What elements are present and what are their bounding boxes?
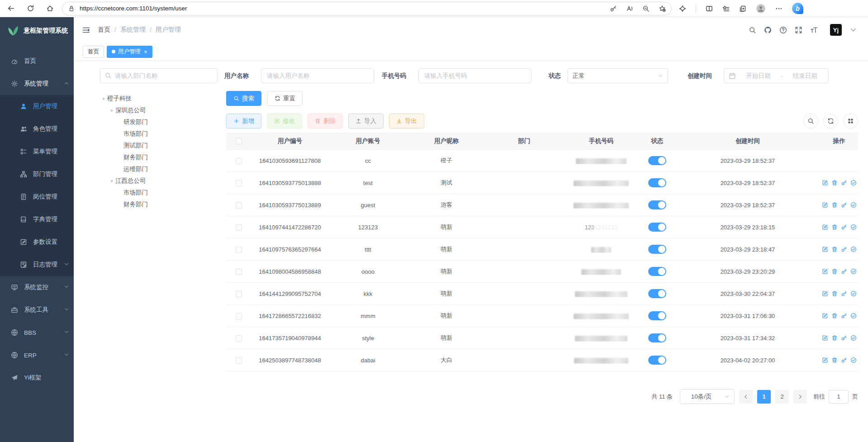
sidebar-item-系统监控[interactable]: 系统监控 xyxy=(0,276,74,299)
status-toggle[interactable] xyxy=(648,356,666,365)
sidebar-item-字典管理[interactable]: 字典管理 xyxy=(0,208,74,231)
status-toggle[interactable] xyxy=(648,178,666,187)
avatar-caret-icon[interactable] xyxy=(849,26,857,34)
reset-password-button[interactable] xyxy=(841,246,847,252)
row-checkbox[interactable] xyxy=(236,335,242,342)
url-input[interactable] xyxy=(80,5,610,12)
sidebar-item-BBS[interactable]: BBS xyxy=(0,321,74,344)
search-button[interactable]: 搜索 xyxy=(226,91,261,106)
delete-user-button[interactable] xyxy=(831,202,838,208)
collections-icon[interactable] xyxy=(739,5,746,12)
reset-password-button[interactable] xyxy=(841,313,847,319)
status-toggle[interactable] xyxy=(648,333,666,342)
reload-icon[interactable] xyxy=(27,5,34,12)
home-icon[interactable] xyxy=(46,5,54,12)
edit-user-button[interactable] xyxy=(822,335,828,341)
github-icon[interactable] xyxy=(764,26,772,34)
reset-password-button[interactable] xyxy=(841,290,847,297)
tree-expand-caret-icon[interactable]: ▾ xyxy=(108,108,115,114)
edit-user-button[interactable] xyxy=(822,357,828,363)
back-icon[interactable] xyxy=(7,5,15,12)
tree-node-江西总公司[interactable]: ▾江西总公司 xyxy=(100,175,218,187)
assign-role-button[interactable] xyxy=(850,313,857,319)
url-bar[interactable] xyxy=(62,2,672,15)
row-checkbox[interactable] xyxy=(236,247,242,253)
breadcrumb-system[interactable]: 系统管理 xyxy=(120,26,146,34)
delete-user-button[interactable] xyxy=(831,313,838,319)
select-all-checkbox[interactable] xyxy=(236,138,242,144)
date-range-picker[interactable]: 开始日期 - 结束日期 xyxy=(724,68,829,83)
status-select[interactable]: 正常 xyxy=(568,68,668,83)
tree-node-市场部门[interactable]: 市场部门 xyxy=(100,128,218,140)
tree-expand-caret-icon[interactable]: ▾ xyxy=(100,96,107,102)
read-aloud-icon[interactable] xyxy=(626,5,633,12)
status-toggle[interactable] xyxy=(648,223,666,232)
row-checkbox[interactable] xyxy=(236,224,242,231)
status-toggle[interactable] xyxy=(648,200,666,209)
favorite-add-icon[interactable] xyxy=(659,5,666,12)
tab-首页[interactable]: 首页 xyxy=(83,46,104,58)
reset-password-button[interactable] xyxy=(841,357,847,363)
row-checkbox[interactable] xyxy=(236,269,242,275)
新增-button[interactable]: 新增 xyxy=(226,114,261,128)
table-refresh-button[interactable] xyxy=(823,114,838,128)
delete-user-button[interactable] xyxy=(831,335,838,341)
sidebar-item-ERP[interactable]: ERP xyxy=(0,344,74,366)
table-search-toggle-button[interactable] xyxy=(803,114,818,128)
assign-role-button[interactable] xyxy=(850,357,857,363)
row-checkbox[interactable] xyxy=(236,158,242,164)
tree-node-研发部门[interactable]: 研发部门 xyxy=(100,116,218,128)
status-toggle[interactable] xyxy=(648,311,666,320)
more-menu-icon[interactable] xyxy=(775,5,783,12)
reset-password-button[interactable] xyxy=(841,180,847,186)
tree-node-运维部门[interactable]: 运维部门 xyxy=(100,163,218,175)
sidebar-item-菜单管理[interactable]: 菜单管理 xyxy=(0,140,74,163)
delete-user-button[interactable] xyxy=(831,224,838,230)
split-screen-icon[interactable] xyxy=(706,5,713,12)
browser-profile-avatar[interactable] xyxy=(756,4,766,14)
help-icon[interactable] xyxy=(779,26,787,34)
edit-user-button[interactable] xyxy=(822,290,828,297)
sidebar-item-Yi框架[interactable]: Yi框架 xyxy=(0,366,74,389)
delete-user-button[interactable] xyxy=(831,290,838,297)
page-button-1[interactable]: 1 xyxy=(757,390,771,404)
sidebar-item-部门管理[interactable]: 部门管理 xyxy=(0,163,74,185)
user-avatar[interactable]: Yj xyxy=(830,24,842,36)
assign-role-button[interactable] xyxy=(850,202,857,208)
breadcrumb-home[interactable]: 首页 xyxy=(98,26,110,34)
row-checkbox[interactable] xyxy=(236,357,242,364)
edit-user-button[interactable] xyxy=(822,180,828,186)
edit-user-button[interactable] xyxy=(822,202,828,208)
修改-button[interactable]: 修改 xyxy=(267,114,302,128)
column-settings-button[interactable] xyxy=(843,114,858,128)
sidebar-item-岗位管理[interactable]: 岗位管理 xyxy=(0,185,74,208)
close-tab-icon[interactable]: × xyxy=(144,48,147,55)
search-icon[interactable] xyxy=(749,26,756,34)
favorites-list-icon[interactable] xyxy=(722,5,730,12)
edit-user-button[interactable] xyxy=(822,313,828,319)
reset-password-button[interactable] xyxy=(841,268,847,275)
page-size-select[interactable]: 10条/页 xyxy=(680,389,735,404)
sidebar-item-系统工具[interactable]: 系统工具 xyxy=(0,299,74,321)
assign-role-button[interactable] xyxy=(850,268,857,275)
prev-page-button[interactable] xyxy=(739,390,753,404)
tree-node-深圳总公司[interactable]: ▾深圳总公司 xyxy=(100,105,218,116)
delete-user-button[interactable] xyxy=(831,246,838,252)
zoom-out-icon[interactable] xyxy=(642,5,650,12)
assign-role-button[interactable] xyxy=(850,180,857,186)
tree-expand-caret-icon[interactable]: ▾ xyxy=(108,178,115,184)
tree-node-橙子科技[interactable]: ▾橙子科技 xyxy=(100,93,218,105)
edit-user-button[interactable] xyxy=(822,224,828,230)
status-toggle[interactable] xyxy=(648,156,666,165)
dept-search-input[interactable] xyxy=(100,68,218,83)
assign-role-button[interactable] xyxy=(850,224,857,230)
tree-node-财务部门[interactable]: 财务部门 xyxy=(100,199,218,210)
tree-node-测试部门[interactable]: 测试部门 xyxy=(100,140,218,152)
导入-button[interactable]: 导入 xyxy=(348,114,384,128)
sidebar-item-日志管理[interactable]: 日志管理 xyxy=(0,253,74,276)
delete-user-button[interactable] xyxy=(831,180,838,186)
status-toggle[interactable] xyxy=(648,267,666,276)
edit-user-button[interactable] xyxy=(822,268,828,275)
sidebar-item-首页[interactable]: 首页 xyxy=(0,50,74,72)
goto-page-input[interactable] xyxy=(829,390,849,404)
